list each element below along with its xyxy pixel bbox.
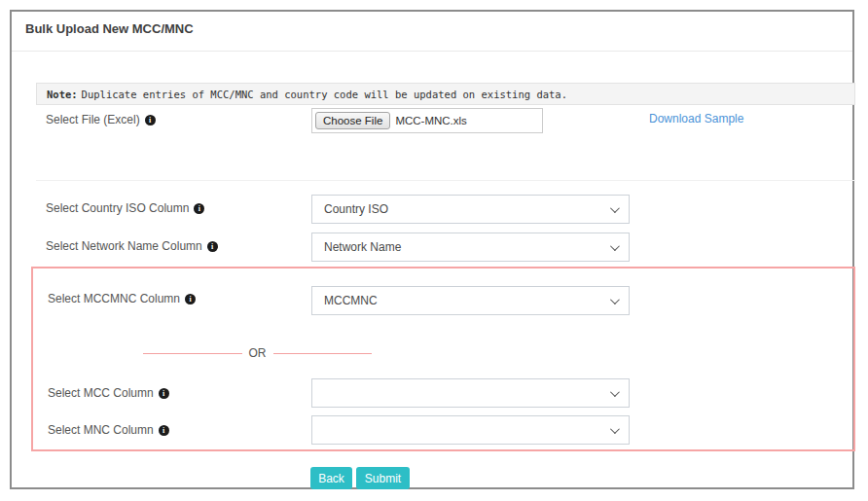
mccmnc-select[interactable]: MCCMNC xyxy=(311,286,630,315)
row-separator xyxy=(36,180,855,181)
network-name-label: Select Network Name Column i xyxy=(46,239,218,253)
back-button[interactable]: Back xyxy=(310,467,352,489)
info-icon[interactable]: i xyxy=(207,241,218,252)
or-divider-line xyxy=(143,353,242,354)
country-iso-label: Select Country ISO Column i xyxy=(46,201,204,215)
info-icon[interactable]: i xyxy=(194,203,204,214)
note-text: Duplicate entries of MCC/MNC and country… xyxy=(82,89,567,100)
bulk-upload-panel: Bulk Upload New MCC/MNC Note: Duplicate … xyxy=(10,10,854,489)
file-field-label: Select File (Excel) i xyxy=(46,113,156,126)
chevron-down-icon xyxy=(610,203,620,213)
info-icon[interactable]: i xyxy=(159,388,169,399)
network-name-select-value: Network Name xyxy=(324,240,610,254)
choose-file-button[interactable]: Choose File xyxy=(315,112,390,129)
selected-filename: MCC-MNC.xls xyxy=(395,115,466,126)
submit-button[interactable]: Submit xyxy=(356,467,410,489)
file-field-label-text: Select File (Excel) xyxy=(46,113,140,126)
country-iso-select-value: Country ISO xyxy=(324,202,610,216)
page-title: Bulk Upload New MCC/MNC xyxy=(25,21,194,36)
info-icon[interactable]: i xyxy=(159,425,169,436)
mcc-label: Select MCC Column i xyxy=(48,386,169,400)
note-label: Note: xyxy=(47,89,78,100)
mnc-select[interactable] xyxy=(311,415,630,445)
or-divider-text: OR xyxy=(242,346,273,360)
download-sample-link[interactable]: Download Sample xyxy=(649,112,743,125)
mccmnc-label-text: Select MCCMNC Column xyxy=(48,292,180,305)
chevron-down-icon xyxy=(610,387,620,397)
mnc-label-text: Select MNC Column xyxy=(48,423,154,437)
country-iso-select[interactable]: Country ISO xyxy=(311,195,630,224)
network-name-label-text: Select Network Name Column xyxy=(46,239,202,253)
mcc-select[interactable] xyxy=(311,378,630,408)
mccmnc-label: Select MCCMNC Column i xyxy=(48,292,196,305)
info-icon[interactable]: i xyxy=(185,294,196,304)
note-bar: Note: Duplicate entries of MCC/MNC and c… xyxy=(36,83,855,105)
network-name-select[interactable]: Network Name xyxy=(311,233,630,262)
chevron-down-icon xyxy=(610,295,620,304)
title-divider xyxy=(12,51,852,52)
mccmnc-select-value: MCCMNC xyxy=(324,294,610,307)
info-icon[interactable]: i xyxy=(145,115,156,125)
or-divider-line xyxy=(273,353,373,354)
country-iso-label-text: Select Country ISO Column xyxy=(46,201,189,215)
chevron-down-icon xyxy=(610,241,620,251)
or-divider: OR xyxy=(143,346,372,360)
mnc-label: Select MNC Column i xyxy=(48,423,169,437)
file-input: Choose File MCC-MNC.xls xyxy=(311,108,543,133)
chevron-down-icon xyxy=(610,424,620,434)
mcc-label-text: Select MCC Column xyxy=(48,386,154,400)
